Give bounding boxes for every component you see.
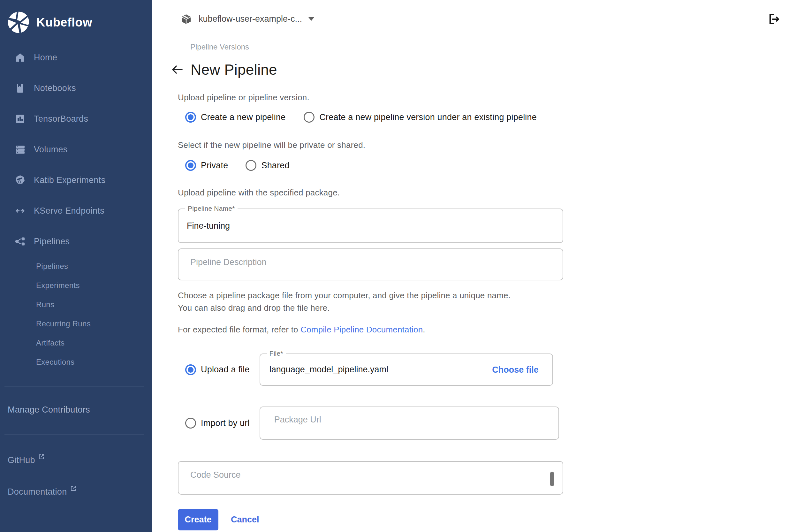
sidebar-subitem-label: Recurring Runs [36, 319, 91, 328]
katib-icon [15, 175, 26, 185]
sidebar-subitem-recurring-runs[interactable]: Recurring Runs [0, 314, 152, 333]
radio-unselected-icon[interactable] [304, 112, 315, 123]
volumes-icon [15, 144, 26, 155]
pipeline-type-radio-group: Create a new pipeline Create a new pipel… [178, 112, 811, 123]
sidebar-item-pipelines[interactable]: Pipelines [0, 226, 152, 257]
format-help-suffix: . [423, 325, 425, 334]
scrollbar-thumb[interactable] [550, 472, 554, 486]
code-source-input[interactable] [179, 462, 563, 494]
radio-create-new-pipeline[interactable]: Create a new pipeline [185, 112, 286, 123]
package-section-label: Upload pipeline with the specified packa… [178, 188, 811, 198]
choose-file-button[interactable]: Choose file [492, 365, 539, 375]
radio-upload-a-file[interactable]: Upload a file [185, 364, 250, 375]
external-link-icon [38, 454, 45, 460]
radio-create-pipeline-version[interactable]: Create a new pipeline version under an e… [304, 112, 537, 123]
radio-label: Import by url [201, 418, 250, 428]
cancel-button[interactable]: Cancel [231, 515, 259, 525]
sidebar-divider [4, 435, 144, 435]
sidebar: Kubeflow Home Notebooks [0, 0, 152, 532]
documentation-link[interactable]: Documentation [7, 487, 152, 497]
sidebar-item-label: TensorBoards [34, 114, 88, 124]
sidebar-item-notebooks[interactable]: Notebooks [0, 73, 152, 104]
chevron-down-icon [308, 17, 314, 21]
package-help-line2: You can also drag and drop the file here… [178, 302, 811, 314]
radio-unselected-icon[interactable] [185, 418, 196, 428]
upload-file-row: Upload a file File* Choose file [178, 353, 811, 386]
sidebar-subitem-pipelines[interactable]: Pipelines [0, 257, 152, 276]
radio-label: Create a new pipeline version under an e… [319, 112, 537, 122]
sidebar-subitem-executions[interactable]: Executions [0, 352, 152, 372]
visibility-radio-group: Private Shared [178, 160, 811, 171]
external-link-icon [70, 485, 77, 491]
github-link[interactable]: GitHub [7, 455, 152, 465]
radio-unselected-icon[interactable] [246, 160, 256, 171]
documentation-link-label: Documentation [7, 487, 67, 497]
package-url-input[interactable] [260, 407, 558, 439]
visibility-section-label: Select if the new pipeline will be priva… [178, 140, 811, 150]
page-title: New Pipeline [190, 61, 277, 78]
radio-private[interactable]: Private [185, 160, 228, 171]
app-root: Kubeflow Home Notebooks [0, 0, 811, 532]
sidebar-item-label: Pipelines [34, 237, 70, 246]
sidebar-item-tensorboards[interactable]: TensorBoards [0, 104, 152, 134]
sidebar-item-katib-experiments[interactable]: Katib Experiments [0, 165, 152, 195]
radio-import-by-url[interactable]: Import by url [185, 418, 250, 428]
back-arrow-icon[interactable] [170, 63, 183, 76]
brand-link[interactable]: Kubeflow [0, 0, 152, 37]
home-icon [15, 52, 26, 63]
sidebar-subitem-experiments[interactable]: Experiments [0, 276, 152, 295]
pipeline-name-input[interactable] [179, 209, 563, 242]
upload-section-label: Upload pipeline or pipeline version. [178, 93, 811, 103]
sidebar-subitem-runs[interactable]: Runs [0, 295, 152, 314]
format-help-prefix: For expected file format, refer to [178, 325, 301, 334]
brand-name: Kubeflow [36, 16, 92, 29]
radio-selected-icon[interactable] [185, 160, 196, 171]
format-help-text: For expected file format, refer to Compi… [178, 325, 811, 335]
breadcrumb[interactable]: Pipeline Versions [190, 43, 811, 51]
radio-selected-icon[interactable] [185, 364, 196, 375]
sidebar-item-label: Notebooks [34, 83, 76, 93]
manage-contributors-link[interactable]: Manage Contributors [7, 405, 152, 415]
pipelines-icon [15, 236, 26, 247]
namespace-selector[interactable]: kubeflow-user-example-c... [180, 13, 314, 25]
namespace-cube-icon [180, 13, 192, 25]
kubeflow-logo-icon [7, 11, 30, 33]
package-url-field [260, 407, 559, 440]
logout-button[interactable] [767, 12, 781, 26]
sidebar-subitem-label: Executions [36, 358, 74, 367]
tensorboard-icon [15, 113, 26, 124]
sidebar-subitem-label: Experiments [36, 281, 80, 290]
sidebar-item-volumes[interactable]: Volumes [0, 134, 152, 165]
sidebar-subitem-label: Pipelines [36, 262, 68, 271]
sidebar-item-label: Volumes [34, 145, 68, 154]
sidebar-item-label: Home [34, 53, 57, 63]
file-label: File* [267, 350, 286, 357]
pipeline-name-field: Pipeline Name* [178, 209, 563, 243]
sidebar-subitem-label: Runs [36, 300, 54, 309]
sidebar-item-kserve-endpoints[interactable]: KServe Endpoints [0, 195, 152, 226]
sidebar-subitem-artifacts[interactable]: Artifacts [0, 333, 152, 352]
package-help-line1: Choose a pipeline package file from your… [178, 289, 811, 302]
new-pipeline-form: Upload pipeline or pipeline version. Cre… [152, 84, 811, 530]
import-url-row: Import by url [178, 407, 811, 440]
topbar: kubeflow-user-example-c... [152, 0, 811, 38]
namespace-label: kubeflow-user-example-c... [199, 14, 302, 24]
radio-selected-icon[interactable] [185, 112, 196, 123]
sidebar-subitem-label: Artifacts [36, 338, 64, 347]
compile-pipeline-documentation-link[interactable]: Compile Pipeline Documentation [301, 325, 423, 334]
sidebar-divider [4, 386, 144, 386]
radio-label: Private [201, 161, 228, 170]
endpoints-icon [15, 205, 26, 216]
radio-label: Create a new pipeline [201, 112, 286, 122]
create-button[interactable]: Create [178, 509, 218, 530]
form-actions: Create Cancel [178, 509, 811, 530]
github-link-label: GitHub [7, 455, 35, 465]
sidebar-item-home[interactable]: Home [0, 42, 152, 73]
pipeline-description-input[interactable] [179, 249, 563, 280]
radio-label: Shared [261, 161, 289, 170]
main-area: kubeflow-user-example-c... Pipeline Vers… [152, 0, 811, 532]
pipeline-description-field [178, 248, 563, 280]
pipeline-name-label: Pipeline Name* [185, 205, 238, 212]
sidebar-nav: Home Notebooks TensorBoards [0, 42, 152, 372]
radio-shared[interactable]: Shared [246, 160, 289, 171]
